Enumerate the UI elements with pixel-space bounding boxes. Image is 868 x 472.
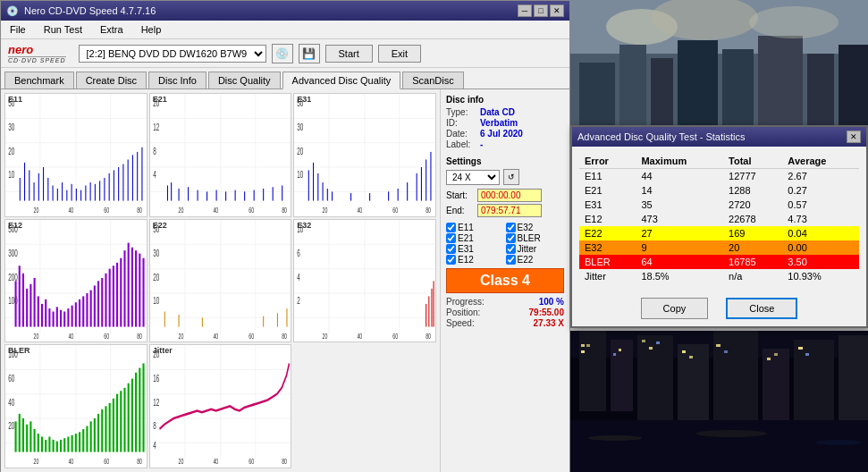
start-time-field[interactable] (477, 189, 542, 202)
save-icon-button[interactable]: 💾 (299, 44, 320, 63)
cb-bler-item: BLER (506, 233, 565, 243)
chart-bler-label: BLER (8, 346, 30, 355)
menu-run-test[interactable]: Run Test (38, 22, 88, 37)
row-e11-name: E11 (579, 169, 636, 184)
drive-icon-button[interactable]: 💿 (272, 44, 293, 63)
main-window: 💿 Nero CD-DVD Speed 4.7.7.16 ─ □ ✕ File … (0, 0, 570, 472)
svg-rect-259 (26, 425, 28, 452)
svg-text:10: 10 (297, 169, 303, 180)
svg-rect-274 (82, 429, 84, 452)
menu-extra[interactable]: Extra (95, 22, 129, 37)
svg-text:20: 20 (34, 333, 39, 341)
svg-rect-21 (794, 340, 834, 420)
svg-rect-16 (611, 340, 633, 411)
svg-rect-278 (97, 414, 99, 452)
drive-selector[interactable]: [2:2] BENQ DVD DD DW1620 B7W9 (79, 45, 266, 63)
svg-rect-286 (128, 384, 130, 452)
speed-icon-button[interactable]: ↺ (503, 169, 519, 185)
svg-rect-170 (41, 304, 43, 327)
maximize-button[interactable]: □ (534, 4, 548, 17)
row-e32-name: E32 (579, 240, 636, 255)
svg-rect-76 (99, 181, 100, 200)
svg-text:40: 40 (68, 458, 73, 467)
end-time-field[interactable] (477, 204, 542, 217)
svg-text:40: 40 (213, 458, 218, 467)
chart-jitter-label: Jitter (153, 346, 173, 355)
chart-e12-label: E12 (8, 221, 22, 230)
tab-create-disc[interactable]: Create Disc (76, 72, 147, 88)
svg-text:40: 40 (358, 333, 363, 341)
content-area: E11 50 30 20 10 20 40 60 (1, 89, 569, 472)
svg-rect-260 (29, 422, 31, 452)
cb-e21-input[interactable] (446, 233, 456, 243)
svg-rect-177 (67, 308, 69, 327)
row-e11-max: 44 (636, 169, 723, 184)
minimize-button[interactable]: ─ (518, 4, 532, 17)
svg-rect-267 (56, 442, 58, 452)
svg-text:10: 10 (8, 169, 14, 180)
svg-rect-135 (323, 182, 324, 200)
tab-disc-quality[interactable]: Disc Quality (208, 72, 281, 88)
class-label: Class 4 (480, 273, 530, 288)
svg-rect-2 (579, 63, 615, 125)
svg-rect-69 (66, 190, 67, 201)
close-button[interactable]: ✕ (550, 4, 564, 17)
svg-rect-268 (60, 440, 62, 452)
svg-rect-77 (104, 178, 105, 201)
position-value: 79:55.00 (529, 308, 564, 317)
disc-info-title: Disc info (446, 95, 564, 105)
progress-value: 100 % (539, 297, 564, 307)
cb-e11-input[interactable] (446, 223, 456, 232)
svg-rect-279 (101, 409, 103, 452)
svg-rect-290 (142, 364, 144, 452)
tab-benchmark[interactable]: Benchmark (4, 72, 74, 88)
stats-table: Error Maximum Total Average E11 44 12777… (579, 154, 859, 283)
row-e21-max: 14 (636, 183, 723, 198)
svg-rect-26 (613, 353, 616, 356)
cb-e21-label: E21 (458, 233, 474, 243)
svg-text:40: 40 (213, 333, 218, 341)
cb-jitter-input[interactable] (506, 244, 516, 254)
svg-rect-105 (188, 187, 189, 200)
bg-bottom-panel (570, 331, 868, 472)
svg-text:20: 20 (153, 272, 159, 282)
menu-help[interactable]: Help (136, 22, 167, 37)
row-e21-avg: 0.27 (782, 183, 859, 198)
cb-e32-input[interactable] (506, 223, 516, 232)
svg-rect-164 (19, 266, 21, 326)
cb-e22-input[interactable] (506, 255, 516, 265)
svg-text:80: 80 (137, 333, 142, 341)
exit-button[interactable]: Exit (378, 45, 421, 63)
stats-close-x-button[interactable]: ✕ (847, 131, 861, 143)
svg-rect-187 (105, 273, 106, 326)
stats-title-text: Advanced Disc Quality Test - Statistics (577, 131, 745, 142)
cb-bler-input[interactable] (506, 233, 516, 243)
cb-e12-input[interactable] (446, 255, 456, 265)
svg-rect-23 (581, 344, 585, 347)
svg-point-41 (695, 430, 767, 437)
svg-rect-219 (286, 308, 287, 327)
svg-rect-173 (53, 311, 55, 326)
tab-advanced-disc-quality[interactable]: Advanced Disc Quality (282, 72, 401, 89)
row-bler-max: 64 (636, 255, 723, 269)
app-logo: nero CD·DVD SPEED (8, 43, 66, 63)
cb-e31-input[interactable] (446, 244, 456, 254)
tab-scan-disc[interactable]: ScanDisc (402, 72, 463, 88)
tab-disc-info[interactable]: Disc Info (148, 72, 206, 88)
menu-file[interactable]: File (4, 22, 31, 37)
svg-rect-139 (369, 193, 370, 201)
svg-rect-137 (332, 191, 333, 200)
svg-rect-183 (90, 290, 92, 326)
row-e11-total: 12777 (723, 169, 782, 184)
svg-text:20: 20 (178, 458, 183, 467)
svg-rect-236 (426, 304, 426, 327)
close-button[interactable]: Close (726, 298, 797, 319)
svg-rect-238 (432, 289, 433, 327)
settings-section: Settings 24 X ↺ Start: End: (446, 156, 564, 217)
copy-button[interactable]: Copy (641, 298, 709, 319)
row-bler-name: BLER (579, 255, 636, 269)
table-row: BLER 64 16785 3.50 (579, 255, 859, 269)
svg-text:8: 8 (153, 421, 156, 432)
speed-selector[interactable]: 24 X (446, 170, 500, 185)
start-button[interactable]: Start (325, 45, 373, 63)
